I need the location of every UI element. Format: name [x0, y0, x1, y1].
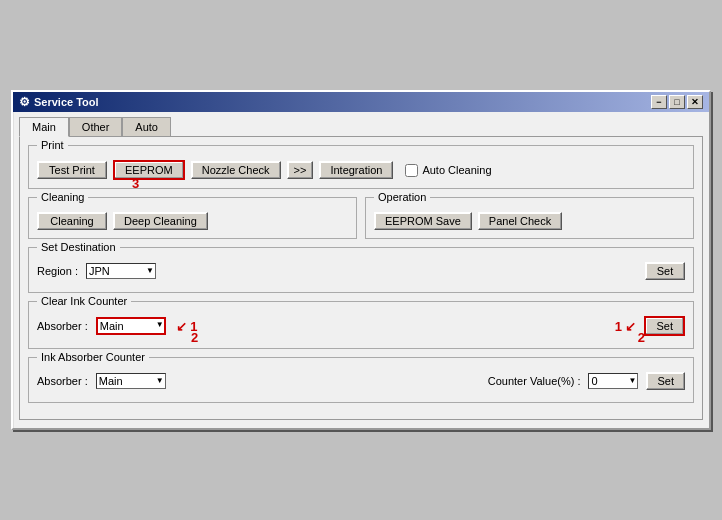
counter-value-select-wrapper: 0 10 20 30 40 50 60 70 80 90 100: [588, 373, 638, 389]
ink-absorber-label: Absorber :: [37, 375, 88, 387]
cleaning-group-label: Cleaning: [37, 191, 88, 203]
clear-absorber-select[interactable]: Main Sub: [96, 317, 166, 335]
clear-ink-set-button[interactable]: Set: [644, 316, 685, 336]
close-button[interactable]: ✕: [687, 95, 703, 109]
ink-absorber-counter-group: Ink Absorber Counter Absorber : Main Sub…: [28, 357, 694, 403]
operation-group-label: Operation: [374, 191, 430, 203]
window-icon: ⚙: [19, 95, 30, 109]
print-group-label: Print: [37, 139, 68, 151]
window-title: Service Tool: [34, 96, 99, 108]
annotation-2-left: 2: [191, 330, 198, 345]
cleaning-buttons-row: Cleaning Deep Cleaning: [37, 212, 348, 230]
ink-absorber-counter-row: Absorber : Main Sub Counter Value(%) : 0…: [37, 372, 685, 390]
nozzle-check-button[interactable]: Nozzle Check: [191, 161, 281, 179]
ink-absorber-select-wrapper: Main Sub: [96, 373, 166, 389]
deep-cleaning-button[interactable]: Deep Cleaning: [113, 212, 208, 230]
window-body: Main Other Auto Print Test Print EEPROM …: [13, 112, 709, 428]
set-destination-group: Set Destination Region : JPN USA EUR Set: [28, 247, 694, 293]
auto-cleaning-checkbox[interactable]: [405, 164, 418, 177]
annotation-arrow-1-right: 1 ↙: [615, 319, 637, 334]
counter-value-label: Counter Value(%) :: [488, 375, 581, 387]
region-label: Region :: [37, 265, 78, 277]
auto-cleaning-label: Auto Cleaning: [422, 164, 491, 176]
auto-cleaning-checkbox-row: Auto Cleaning: [405, 164, 491, 177]
set-destination-label: Set Destination: [37, 241, 120, 253]
clear-ink-counter-label: Clear Ink Counter: [37, 295, 131, 307]
annotation-2-right: 2: [638, 330, 645, 345]
counter-value-select[interactable]: 0 10 20 30 40 50 60 70 80 90 100: [588, 373, 638, 389]
tab-main[interactable]: Main: [19, 117, 69, 137]
tab-other[interactable]: Other: [69, 117, 123, 137]
ink-absorber-select[interactable]: Main Sub: [96, 373, 166, 389]
maximize-button[interactable]: □: [669, 95, 685, 109]
annotation-3: 3: [132, 176, 139, 191]
operation-buttons-row: EEPROM Save Panel Check: [374, 212, 685, 230]
set-destination-row: Region : JPN USA EUR Set: [37, 262, 685, 280]
title-controls: − □ ✕: [651, 95, 703, 109]
ink-absorber-counter-label: Ink Absorber Counter: [37, 351, 149, 363]
title-bar: ⚙ Service Tool − □ ✕: [13, 92, 709, 112]
eeprom-button[interactable]: EEPROM: [113, 160, 185, 180]
title-bar-left: ⚙ Service Tool: [19, 95, 99, 109]
region-select-wrapper: JPN USA EUR: [86, 263, 156, 279]
tabs: Main Other Auto: [19, 116, 703, 136]
tab-content: Print Test Print EEPROM Nozzle Check >> …: [19, 136, 703, 420]
test-print-button[interactable]: Test Print: [37, 161, 107, 179]
cleaning-operation-row: Cleaning Cleaning Deep Cleaning Operatio…: [28, 197, 694, 247]
arrow-button[interactable]: >>: [287, 161, 314, 179]
clear-absorber-label: Absorber :: [37, 320, 88, 332]
cleaning-group: Cleaning Cleaning Deep Cleaning: [28, 197, 357, 239]
operation-group: Operation EEPROM Save Panel Check: [365, 197, 694, 239]
main-window: ⚙ Service Tool − □ ✕ Main Other Auto Pri…: [11, 90, 711, 430]
integration-button[interactable]: Integration: [319, 161, 393, 179]
set-destination-button[interactable]: Set: [645, 262, 685, 280]
cleaning-button[interactable]: Cleaning: [37, 212, 107, 230]
minimize-button[interactable]: −: [651, 95, 667, 109]
clear-absorber-select-wrapper: Main Sub: [96, 317, 166, 335]
panel-check-button[interactable]: Panel Check: [478, 212, 562, 230]
region-select[interactable]: JPN USA EUR: [86, 263, 156, 279]
ink-absorber-set-button[interactable]: Set: [646, 372, 685, 390]
tab-auto[interactable]: Auto: [122, 117, 171, 137]
clear-ink-counter-row: Absorber : Main Sub ↙ 1 2 1 ↙ Set: [37, 316, 685, 336]
clear-ink-counter-group: Clear Ink Counter Absorber : Main Sub ↙ …: [28, 301, 694, 349]
eeprom-save-button[interactable]: EEPROM Save: [374, 212, 472, 230]
print-group: Print Test Print EEPROM Nozzle Check >> …: [28, 145, 694, 189]
